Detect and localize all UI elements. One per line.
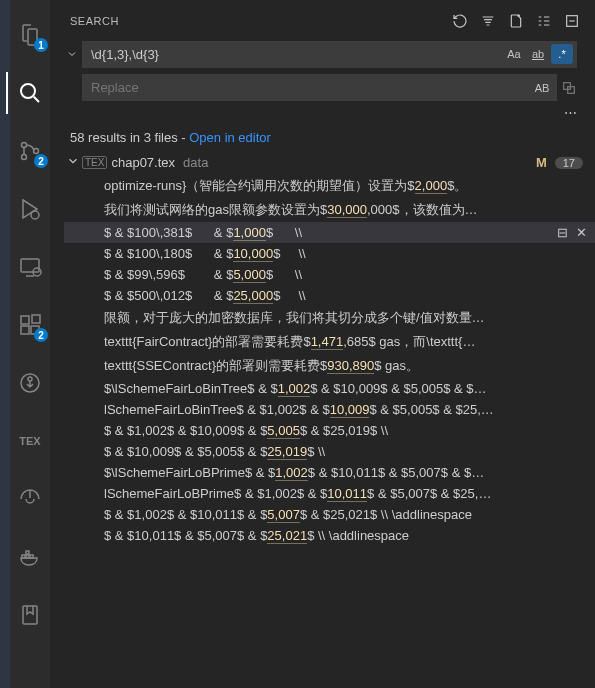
gitlens-icon[interactable] (6, 362, 54, 404)
refresh-icon[interactable] (449, 10, 471, 32)
sidebar-header: SEARCH (50, 0, 595, 40)
search-result-line[interactable]: texttt{FairContract}的部署需要耗费$1,471,685$ g… (64, 330, 595, 354)
docker-icon[interactable] (6, 536, 54, 578)
svg-point-0 (21, 84, 35, 98)
replace-all-icon[interactable] (561, 74, 577, 101)
gitkraken-icon[interactable] (6, 478, 54, 520)
svg-rect-19 (564, 82, 571, 89)
search-result-line[interactable]: lSchemeFairLoBinTree$ & $1,002$ & $10,00… (64, 399, 595, 420)
search-result-line[interactable]: 我们将测试网络的gas限额参数设置为$30,000,000$，该数值为… (64, 198, 595, 222)
search-result-line[interactable]: texttt{SSEContract}的部署则需要耗费$930,890$ gas… (64, 354, 595, 378)
svg-point-2 (22, 155, 27, 160)
search-result-line[interactable]: $ & $1,002$ & $10,011$ & $5,007$ & $25,0… (64, 504, 595, 525)
search-result-line[interactable]: $ & $500\,012$ & $25,000$ \\ (64, 285, 595, 306)
close-icon[interactable]: ✕ (576, 225, 587, 240)
svg-rect-17 (23, 606, 37, 624)
tex-file-icon: TEX (82, 156, 107, 169)
run-debug-icon[interactable] (6, 188, 54, 230)
file-match-count: 17 (555, 157, 583, 169)
file-status: M (536, 155, 547, 170)
whole-word-toggle[interactable]: ab (527, 44, 549, 64)
scm-badge: 2 (34, 154, 48, 168)
search-result-line[interactable]: lSchemeFairLoBPrime$ & $1,002$ & $10,011… (64, 483, 595, 504)
search-result-line[interactable]: $ & $100\,180$ & $10,000$ \\ (64, 243, 595, 264)
search-result-line[interactable]: $\lSchemeFairLoBinTree$ & $1,002$ & $10,… (64, 378, 595, 399)
sidebar-title: SEARCH (70, 15, 449, 27)
match-case-toggle[interactable]: Aa (503, 44, 525, 64)
extensions-badge: 2 (34, 328, 48, 342)
svg-point-4 (31, 211, 39, 219)
explorer-icon[interactable]: 1 (6, 14, 54, 56)
preserve-case-toggle[interactable]: AB (531, 78, 553, 98)
svg-point-12 (28, 377, 32, 381)
source-control-icon[interactable]: 2 (6, 130, 54, 172)
latex-icon[interactable]: TEX (6, 420, 54, 462)
open-in-editor-link[interactable]: Open in editor (189, 130, 271, 145)
svg-rect-5 (21, 259, 39, 272)
toggle-details-icon[interactable]: ⋯ (564, 105, 577, 120)
search-result-line[interactable]: $ & $10,011$ & $5,007$ & $25,021$ \\ \ad… (64, 525, 595, 546)
activity-bar: 1 2 2 TEX (0, 0, 50, 688)
search-result-line[interactable]: optimize-runs}（智能合约调用次数的期望值）设置为$2,000$。 (64, 174, 595, 198)
remote-explorer-icon[interactable] (6, 246, 54, 288)
results-summary: 58 results in 3 files - Open in editor (50, 120, 595, 151)
search-sidebar: SEARCH Aa ab .* (50, 0, 595, 688)
chevron-down-icon[interactable] (66, 154, 82, 171)
new-editor-icon[interactable] (505, 10, 527, 32)
extensions-icon[interactable]: 2 (6, 304, 54, 346)
toggle-replace-icon[interactable] (64, 40, 80, 68)
collapse-icon[interactable] (561, 10, 583, 32)
search-result-line[interactable]: $ & $100\,381$ & $1,000$ \\⊟✕ (64, 222, 595, 243)
regex-toggle[interactable]: .* (551, 44, 573, 64)
svg-rect-10 (32, 315, 40, 323)
search-result-line[interactable]: $ & $10,009$ & $5,005$ & $25,019$ \\ (64, 441, 595, 462)
file-row[interactable]: TEX chap07.tex data M 17 (64, 151, 595, 174)
replace-input[interactable] (82, 74, 557, 101)
view-tree-icon[interactable] (533, 10, 555, 32)
dismiss-icon[interactable]: ⊟ (557, 225, 568, 240)
results-tree: TEX chap07.tex data M 17 optimize-runs}（… (50, 151, 595, 546)
search-result-line[interactable]: 限额，对于庞大的加密数据库，我们将其切分成多个键/值对数量… (64, 306, 595, 330)
search-result-line[interactable]: $ & $1,002$ & $10,009$ & $5,005$ & $25,0… (64, 420, 595, 441)
search-icon[interactable] (6, 72, 54, 114)
bookmark-icon[interactable] (6, 594, 54, 636)
file-folder: data (183, 155, 208, 170)
svg-rect-8 (21, 326, 29, 334)
svg-point-1 (22, 143, 27, 148)
search-result-line[interactable]: $ & $99\,596$ & $5,000$ \\ (64, 264, 595, 285)
svg-rect-7 (21, 316, 29, 324)
svg-rect-16 (26, 551, 29, 554)
clear-icon[interactable] (477, 10, 499, 32)
explorer-badge: 1 (34, 38, 48, 52)
svg-rect-20 (568, 86, 575, 93)
file-name: chap07.tex (111, 155, 175, 170)
search-result-line[interactable]: $\lSchemeFairLoBPrime$ & $1,002$ & $10,0… (64, 462, 595, 483)
